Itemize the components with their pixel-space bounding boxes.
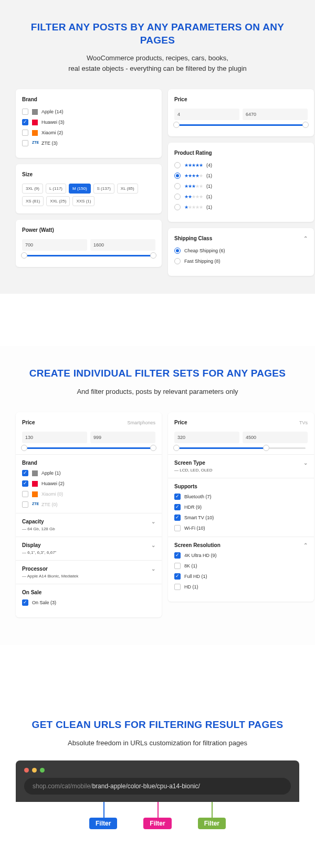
tvs-card: PriceTVs Screen Type⌄ — LCD, LED, OLED S…	[168, 412, 314, 602]
checkbox-icon	[22, 119, 28, 125]
price-slider[interactable]	[176, 124, 306, 126]
rating-title: Product Rating	[174, 150, 308, 156]
power-card: Power (Watt)	[16, 220, 162, 267]
section-3-subtitle: Absolute freedom in URLs customization f…	[16, 738, 299, 748]
sp-price-slider[interactable]	[24, 447, 153, 449]
checkbox-icon	[22, 599, 28, 606]
size-tag[interactable]: S (137)	[93, 184, 114, 194]
section-1-title: FILTER ANY POSTS BY ANY PARAMETERS ON AN…	[16, 21, 299, 47]
huawei-icon	[32, 481, 38, 487]
size-title: Size	[22, 172, 155, 177]
tv-price-hi[interactable]	[243, 432, 308, 443]
minimize-dot-icon	[32, 768, 37, 773]
power-hi-input[interactable]	[90, 239, 155, 251]
size-tag[interactable]: M (150)	[69, 184, 91, 194]
checkbox-row[interactable]: Xiaomi (2)	[22, 130, 155, 136]
section-3-title: GET CLEAN URLS FOR FILTERING RESULT PAGE…	[16, 719, 299, 732]
stars-icon: ★★★★★	[184, 205, 203, 210]
checkbox-icon	[174, 552, 181, 559]
tv-price-slider[interactable]	[176, 447, 306, 449]
price-title: Price	[174, 97, 308, 102]
shipping-title: Shipping Class⌃	[174, 235, 308, 241]
rating-row[interactable]: ★★★★★ (1)	[174, 204, 308, 210]
smartphones-card: PriceSmartphones Brand Apple (1)Huawei (…	[16, 412, 162, 617]
brand-card: Brand Apple (14)Huawei (3)Xiaomi (2)ZTEZ…	[16, 89, 162, 158]
radio-icon	[174, 258, 181, 264]
processor-toggle[interactable]: Processor⌄	[22, 566, 155, 572]
price-hi-input[interactable]	[243, 109, 308, 120]
power-slider[interactable]	[24, 255, 153, 256]
checkbox-row[interactable]: ZTEZTE (0)	[22, 501, 155, 508]
display-toggle[interactable]: Display⌄	[22, 542, 155, 548]
resolution-toggle[interactable]: Screen Resolution⌃	[174, 542, 308, 548]
checkbox-icon	[22, 470, 28, 476]
chevron-up-icon: ⌃	[303, 542, 308, 548]
power-title: Power (Watt)	[22, 227, 155, 233]
checkbox-row[interactable]: HD (1)	[174, 584, 308, 590]
price-lo-input[interactable]	[174, 109, 239, 120]
checkbox-row[interactable]: 8K (1)	[174, 563, 308, 569]
zte-icon: ZTE	[32, 502, 38, 508]
checkbox-icon	[174, 573, 181, 580]
size-tag[interactable]: 3XL (9)	[22, 184, 43, 194]
apple-icon	[32, 109, 38, 115]
checkbox-icon	[174, 494, 181, 500]
size-tag[interactable]: L (117)	[46, 184, 66, 194]
radio-icon	[174, 248, 181, 254]
checkbox-row[interactable]: Xiaomi (0)	[22, 491, 155, 497]
stars-icon: ★★★★★	[184, 194, 203, 199]
shipping-card: Shipping Class⌃ Cheap Shipping (6)Fast S…	[168, 228, 314, 276]
checkbox-row[interactable]: Apple (1)	[22, 470, 155, 476]
checkbox-icon	[22, 109, 28, 115]
size-tag[interactable]: XXS (1)	[72, 196, 94, 206]
screentype-toggle[interactable]: Screen Type⌄	[174, 460, 308, 466]
xiaomi-icon	[32, 491, 38, 497]
rating-row[interactable]: ★★★★★ (1)	[174, 173, 308, 179]
checkbox-row[interactable]: Huawei (3)	[22, 119, 155, 125]
stars-icon: ★★★★★	[184, 184, 203, 189]
power-lo-input[interactable]	[22, 239, 87, 251]
filter-callout-3: Filter	[198, 818, 226, 829]
sp-onsale-row[interactable]: On Sale (3)	[22, 599, 155, 606]
radio-row[interactable]: Fast Shipping (8)	[174, 258, 308, 264]
checkbox-row[interactable]: Smart TV (10)	[174, 515, 308, 521]
chevron-down-icon: ⌄	[151, 542, 155, 548]
sp-price-lo[interactable]	[22, 432, 87, 443]
size-card: Size 3XL (9)L (117)M (150)S (137)XL (85)…	[16, 164, 162, 213]
price-card: Price	[168, 89, 314, 136]
sp-price-hi[interactable]	[90, 432, 155, 443]
checkbox-icon	[174, 504, 181, 510]
checkbox-row[interactable]: Wi-Fi (10)	[174, 525, 308, 531]
chevron-down-icon: ⌄	[303, 460, 308, 466]
stars-icon: ★★★★★	[184, 163, 203, 168]
window-controls	[24, 768, 291, 773]
browser-mockup: shop.com/cat/mobile/brand-apple/color-bl…	[16, 760, 299, 802]
huawei-icon	[32, 120, 38, 125]
checkbox-row[interactable]: ZTEZTE (3)	[22, 140, 155, 146]
rating-row[interactable]: ★★★★★ (1)	[174, 194, 308, 200]
size-tag[interactable]: XS (81)	[22, 196, 44, 206]
checkbox-row[interactable]: Full HD (1)	[174, 573, 308, 580]
zte-icon: ZTE	[32, 141, 38, 146]
radio-row[interactable]: Cheap Shipping (6)	[174, 248, 308, 254]
checkbox-row[interactable]: Bluetooth (7)	[174, 494, 308, 500]
filter-callout-1: Filter	[89, 818, 117, 829]
checkbox-icon	[22, 480, 28, 487]
tv-price-lo[interactable]	[174, 432, 239, 443]
radio-icon	[174, 194, 181, 200]
section-2-title: CREATE INDIVIDUAL FILTER SETS FOR ANY PA…	[16, 367, 299, 380]
checkbox-row[interactable]: HDR (9)	[174, 504, 308, 510]
checkbox-row[interactable]: 4K Ultra HD (9)	[174, 552, 308, 559]
checkbox-icon	[174, 515, 181, 521]
checkbox-row[interactable]: Apple (14)	[22, 109, 155, 115]
rating-row[interactable]: ★★★★★ (1)	[174, 183, 308, 189]
size-tag[interactable]: XXL (25)	[46, 196, 70, 206]
rating-row[interactable]: ★★★★★ (4)	[174, 162, 308, 168]
checkbox-icon	[22, 501, 28, 508]
checkbox-row[interactable]: Huawei (2)	[22, 480, 155, 487]
capacity-toggle[interactable]: Capacity⌄	[22, 519, 155, 524]
url-bar: shop.com/cat/mobile/brand-apple/color-bl…	[24, 778, 291, 795]
chevron-down-icon: ⌄	[151, 519, 155, 524]
size-tag[interactable]: XL (85)	[117, 184, 138, 194]
chevron-up-icon: ⌃	[303, 235, 308, 241]
